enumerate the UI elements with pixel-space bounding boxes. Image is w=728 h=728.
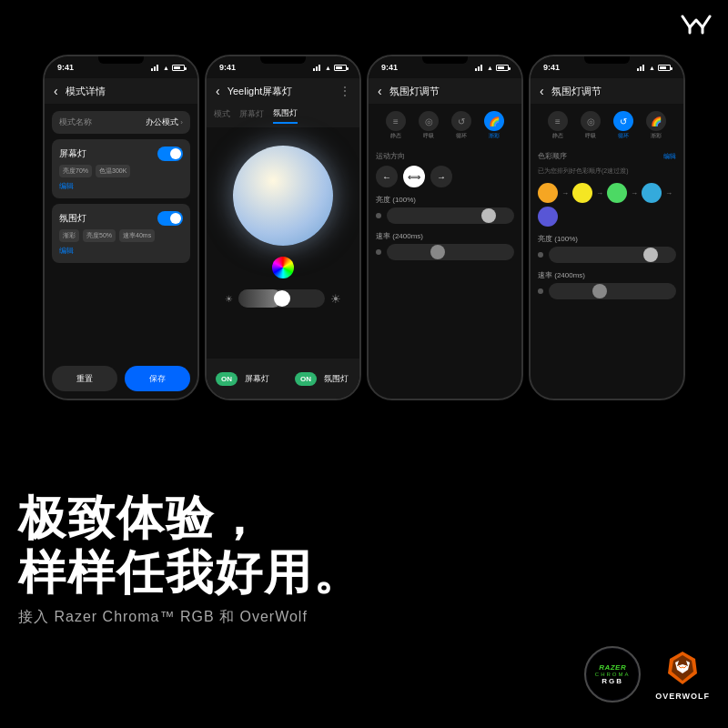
color-seq-section: 色彩顺序 编辑 已为您排列好色彩顺序(2速过渡) → → → → <box>538 151 676 227</box>
breath-icon-4: ◎ <box>587 116 595 126</box>
screen-light-name: 屏幕灯 <box>59 147 86 160</box>
param-speed: 速率40ms <box>119 229 155 242</box>
bottom-section: 极致体验， 样样任我好用。 接入 Razer Chroma™ RGB 和 Ove… <box>0 473 728 728</box>
direction-title: 运动方向 <box>376 151 514 161</box>
speed-dot-4 <box>538 288 543 294</box>
effect-static-label: 静态 <box>390 132 401 140</box>
menu-icon-2[interactable]: ⋮ <box>339 85 350 97</box>
tab-ambient-light[interactable]: 氛围灯 <box>273 107 298 124</box>
effect-breath-label: 呼吸 <box>423 132 434 140</box>
effect-static-4[interactable]: ≡ 静态 <box>548 111 568 140</box>
effect-gradient-4[interactable]: 🌈 渐彩 <box>646 111 666 140</box>
wifi-icon-3: ▲ <box>487 65 493 71</box>
back-icon-3[interactable]: ‹ <box>378 84 382 98</box>
phone-1-screen: 9:41 ▲ ‹ 模式详情 <box>45 56 197 399</box>
screen-light-params: 亮度70% 色温300K <box>59 165 183 177</box>
status-icons-2: ▲ <box>313 65 347 71</box>
mode-name-row: 模式名称 办公模式 › <box>52 111 190 134</box>
tab-screen-light[interactable]: 屏幕灯 <box>239 108 264 123</box>
phone-4-screen: 9:41 ▲ ‹ 氛围灯调节 <box>531 56 683 399</box>
screen-light-edit[interactable]: 编辑 <box>59 181 74 191</box>
effect-gradient[interactable]: 🌈 渐彩 <box>484 111 504 140</box>
razer-circle: RAZER CHROMA RGB <box>584 646 641 703</box>
static-icon-4: ≡ <box>555 116 561 126</box>
screen-light-label-bottom: 屏幕灯 <box>245 373 269 385</box>
phone-3-notch <box>422 56 468 64</box>
brightness-slider-4[interactable] <box>549 247 676 263</box>
back-icon-4[interactable]: ‹ <box>540 84 544 98</box>
logos-row: RAZER CHROMA RGB OVERWOLF <box>584 646 710 703</box>
color-dot-2[interactable] <box>572 183 592 203</box>
color-dot-4[interactable] <box>642 183 662 203</box>
brightness-dot-4 <box>538 252 543 258</box>
speed-label-3: 速率 (2400ms) <box>376 231 514 241</box>
title-line-2: 样样任我好用。 <box>18 546 710 601</box>
effect-cycle[interactable]: ↺ 循环 <box>451 111 471 140</box>
save-button[interactable]: 保存 <box>125 366 190 391</box>
dir-left-btn[interactable]: ← <box>376 166 398 187</box>
cycle-icon-4: ↺ <box>620 116 627 126</box>
effect-static-icon-4: ≡ <box>548 111 568 131</box>
ambient-light-edit[interactable]: 编辑 <box>59 246 74 256</box>
cycle-icon: ↺ <box>458 116 465 126</box>
color-palette-icon[interactable] <box>272 257 294 278</box>
phone-3: 9:41 ▲ ‹ 氛围灯调节 <box>367 55 523 400</box>
color-dot-3[interactable] <box>607 183 627 203</box>
brightness-dot <box>376 213 381 218</box>
wifi-icon-2: ▲ <box>325 65 331 71</box>
brightness-label-3: 亮度 (100%) <box>376 195 514 205</box>
back-icon-2[interactable]: ‹ <box>216 84 220 98</box>
mode-name-value: 办公模式 › <box>146 116 183 128</box>
brightness-high-icon: ☀ <box>330 292 341 306</box>
phone-4-notch <box>584 56 630 64</box>
screen-light-on-badge: ON <box>216 372 238 386</box>
arrow-4: → <box>665 189 672 197</box>
dir-both-btn[interactable]: ⟺ <box>403 166 425 187</box>
effect-breath-4[interactable]: ◎ 呼吸 <box>581 111 601 140</box>
speed-slider-row-3 <box>376 244 514 260</box>
color-dot-1[interactable] <box>538 183 558 203</box>
signal-icon-4 <box>637 65 646 71</box>
overwolf-logo: OVERWOLF <box>655 648 710 701</box>
effect-tabs-3: ≡ 静态 ◎ 呼吸 ↺ 循环 <box>369 104 521 144</box>
effect-breath-icon: ◎ <box>419 111 439 131</box>
brightness-slider[interactable] <box>238 289 325 308</box>
reset-button[interactable]: 重置 <box>52 366 117 391</box>
color-seq-header: 色彩顺序 编辑 <box>538 151 676 161</box>
effect-static[interactable]: ≡ 静态 <box>386 111 406 140</box>
speed-slider-4[interactable] <box>549 283 676 299</box>
brand-logo <box>679 13 713 40</box>
effect-cycle-icon: ↺ <box>451 111 471 131</box>
phone-2: 9:41 ▲ ‹ Yeelight屏幕灯 <box>205 55 361 400</box>
arrow-1: → <box>561 189 569 197</box>
dir-right-btn[interactable]: → <box>430 166 452 187</box>
color-seq-desc: 已为您排列好色彩顺序(2速过渡) <box>538 167 676 175</box>
effect-gradient-icon-4: 🌈 <box>646 111 666 131</box>
status-icons-3: ▲ <box>475 65 509 71</box>
back-icon[interactable]: ‹ <box>54 84 58 98</box>
direction-section: 运动方向 ← ⟺ → <box>376 151 514 187</box>
effect-breath[interactable]: ◎ 呼吸 <box>419 111 439 140</box>
speed-slider-3[interactable] <box>387 244 514 260</box>
phone-3-header: ‹ 氛围灯调节 <box>369 78 521 104</box>
signal-icon-3 <box>475 65 484 71</box>
phone-2-bottom: ON 屏幕灯 ON 氛围灯 <box>207 359 359 399</box>
wifi-icon: ▲ <box>163 65 169 71</box>
brightness-slider-row: ☀ ☀ <box>216 289 350 308</box>
status-time-1: 9:41 <box>57 63 74 72</box>
gradient-icon: 🌈 <box>489 116 500 126</box>
brightness-slider-3[interactable] <box>387 207 514 224</box>
effect-cycle-4[interactable]: ↺ 循环 <box>613 111 633 140</box>
phone-3-screen: 9:41 ▲ ‹ 氛围灯调节 <box>369 56 521 399</box>
brightness-label-4: 亮度 (100%) <box>538 234 676 244</box>
effect-cycle-label: 循环 <box>456 132 467 140</box>
tab-mode[interactable]: 模式 <box>214 108 230 123</box>
color-dot-5[interactable] <box>538 207 558 227</box>
ambient-light-name: 氛围灯 <box>59 212 86 225</box>
ambient-light-toggle[interactable] <box>157 211 183 226</box>
screen-light-toggle[interactable] <box>157 147 183 161</box>
status-time-4: 9:41 <box>543 63 560 72</box>
battery-icon-3 <box>496 65 509 71</box>
color-seq-edit[interactable]: 编辑 <box>663 152 676 161</box>
razer-text3: RGB <box>602 677 623 685</box>
